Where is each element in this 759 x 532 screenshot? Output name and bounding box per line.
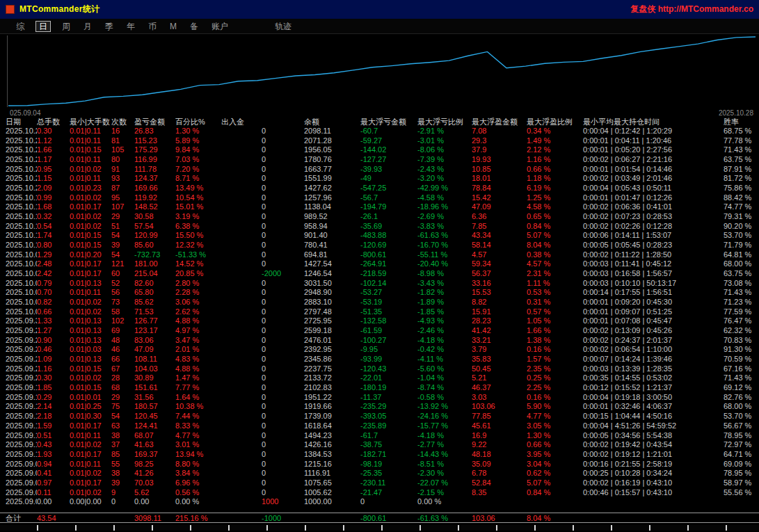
cell-maxflpct: -55.11 % [417,250,472,260]
column-header-minmax[interactable]: 最小|大手数 [70,117,111,127]
table-row[interactable]: 2025.09.231.160.01|0.1567104.034.88 %022… [0,364,759,374]
cell-maxfl: -235.89 [360,421,417,431]
table-row[interactable]: 2025.10.131.740.01|0.1554120.9915.50 %09… [0,231,759,241]
table-row[interactable]: 2025.09.172.140.01|0.2575180.5710.38 %01… [0,402,759,412]
cell-maxflpct: -13.92 % [417,402,472,412]
table-row[interactable]: 2025.10.202.090.01|0.2387169.6613.49 %01… [0,184,759,193]
cell-maxfppct: 1.16 % [527,155,583,165]
table-row[interactable]: 2025.10.280.300.01|0.111626.831.30 %0209… [0,127,759,136]
menu-item-月[interactable]: 月 [81,21,94,32]
menu-item-轨迹[interactable]: 轨迹 [273,21,294,32]
menu-item-备[interactable]: 备 [188,21,200,32]
table-row[interactable]: 2025.10.150.320.01|0.022930.583.19 %0989… [0,212,759,222]
cell-pl: 175.29 [134,145,175,155]
table-row[interactable]: 2025.09.090.940.01|0.115598.258.80 %0121… [0,460,759,469]
cell-minmax: 0.01|0.02 [70,298,111,307]
column-header-balance[interactable]: 余额 [304,117,360,127]
cell-maxfp: 15.91 [472,307,527,317]
table-row[interactable]: 2025.09.180.290.01|0.012931.561.64 %0195… [0,393,759,403]
table-row[interactable]: 2025.10.091.290.01|0.2054-732.73-51.33 %… [0,250,759,260]
table-row[interactable]: 2025.09.260.900.01|0.134883.063.47 %0247… [0,336,759,346]
table-row[interactable]: 2025.10.140.540.01|0.025157.546.38 %0958… [0,222,759,232]
table-row[interactable]: 2025.10.020.820.01|0.027385.623.06 %0288… [0,298,759,307]
menu-item-综[interactable]: 综 [14,21,26,32]
table-row[interactable]: 2025.09.220.300.01|0.022830.891.47 %0213… [0,373,759,383]
cell-balance: 1951.22 [304,393,360,403]
table-row[interactable]: 2025.09.050.970.01|0.173970.036.96 %0107… [0,478,759,488]
table-row[interactable]: 2025.10.170.990.01|0.0295119.9210.54 %01… [0,193,759,203]
table-row[interactable]: 2025.10.030.700.01|0.115665.802.28 %0294… [0,288,759,298]
cell-maxfppct: 0.34 % [527,127,583,136]
menu-item-周[interactable]: 周 [60,21,72,32]
cell-count: 58 [111,307,134,317]
table-row[interactable]: 2025.09.162.180.01|0.3054120.457.44 %017… [0,412,759,421]
cell-lots: 43.54 [37,513,70,522]
column-header-maxflpct[interactable]: 最大浮亏比例 [417,117,472,127]
cell-count: 38 [111,431,134,441]
table-row[interactable]: 2025.09.250.460.01|0.034647.092.01 %0239… [0,345,759,355]
column-header-win[interactable]: 胜率 [724,117,759,127]
cell-pct: 8.71 % [175,174,221,184]
equity-line [8,37,756,106]
column-header-date[interactable]: 日期 [6,117,37,127]
cell-maxfp: 48.18 [472,450,527,460]
menu-item-季[interactable]: 季 [103,21,115,32]
column-header-pl[interactable]: 盈亏金额 [134,117,175,127]
column-header-inout[interactable]: 出入金 [221,117,304,127]
table-row[interactable]: 2025.10.010.660.01|0.025871.532.62 %0279… [0,307,759,317]
table-row[interactable]: 2025.09.241.090.01|0.1366108.114.83 %023… [0,355,759,364]
cell-inout: 0 [221,184,304,193]
cell-maxfp: 15.53 [472,288,527,298]
menu-item-M[interactable]: M [168,21,179,32]
column-header-maxfppct[interactable]: 最大浮盈比例 [527,117,583,127]
table-row[interactable]: 2025.09.291.270.01|0.1369123.174.97 %025… [0,326,759,336]
cell-maxfp: 16.9 [472,431,527,441]
cell-lots: 0.82 [37,298,70,307]
cell-maxfppct: 1.38 % [527,336,583,346]
table-row[interactable]: 2025.09.110.430.01|0.023741.633.01 %0142… [0,440,759,450]
cell-pl: 41.26 [134,469,175,478]
table-row[interactable]: 2025.10.271.120.01|0.1181115.235.89 %020… [0,136,759,146]
cell-inout: 0 [221,383,304,393]
cell-maxfp: 56.37 [472,269,527,279]
cell-balance: 2392.95 [304,345,360,355]
table-row[interactable]: 2025.10.100.800.01|0.153985.6012.32 %078… [0,241,759,250]
table-row[interactable]: 2025.10.161.680.01|0.17107148.5215.01 %0… [0,202,759,212]
column-header-count[interactable]: 次数 [111,117,134,127]
table-row[interactable]: 2025.10.220.950.01|0.0291111.787.20 %016… [0,165,759,175]
cell-maxflpct: -7.39 % [417,155,472,165]
column-header-pct[interactable]: 百分比% [175,117,221,127]
table-row[interactable]: 2025.10.060.790.01|0.135282.602.80 %0303… [0,279,759,289]
table-row[interactable]: 2025.10.072.420.01|0.1760215.0420.85 %-2… [0,269,759,279]
table-row[interactable]: 2025.09.030.000.00|0.0000.000.00 %100010… [0,497,759,507]
table-row[interactable]: 2025.10.231.170.01|0.1180116.997.03 %017… [0,155,759,165]
cell-maxflpct: -2.77 % [417,440,472,450]
cell-maxfl: -144.02 [360,145,417,155]
table-row[interactable]: 2025.10.241.660.01|0.15105175.299.84 %01… [0,145,759,155]
cell-lots: 0.95 [37,165,70,175]
table-row[interactable]: 2025.10.082.480.01|0.17121181.0014.52 %0… [0,259,759,269]
table-row[interactable]: 2025.09.101.930.01|0.1785169.3713.94 %01… [0,450,759,460]
table-row[interactable]: 2025.09.151.590.01|0.1763124.418.33 %016… [0,421,759,431]
table-row[interactable]: 2025.09.120.510.01|0.113868.074.77 %0149… [0,431,759,441]
cell-pl: 3098.11 [134,513,175,522]
cell-count: 39 [111,478,134,488]
menu-item-币[interactable]: 币 [146,21,159,32]
menu-item-年[interactable]: 年 [125,21,137,32]
table-row[interactable]: 2025.09.191.850.01|0.1568151.617.77 %021… [0,383,759,393]
cell-date: 2025.10.17 [6,193,37,203]
table-row[interactable]: 2025.10.211.150.01|0.1193124.378.71 %015… [0,174,759,184]
column-header-time[interactable]: 最小平均最大持仓时间 [583,117,724,127]
cell-maxfppct: 0.16 % [527,393,583,403]
column-header-maxfp[interactable]: 最大浮盈金额 [472,117,527,127]
table-row[interactable]: 2025.09.301.330.01|0.13102126.774.88 %02… [0,316,759,326]
column-header-lots[interactable]: 总手数 [37,117,70,127]
menu-item-账户[interactable]: 账户 [209,21,230,32]
cell-maxfp: 7.85 [472,222,527,232]
website-link[interactable]: 复盘侠 http://MTCommander.co [630,3,753,15]
table-row[interactable]: 2025.09.040.110.01|0.0295.620.56 %01005.… [0,488,759,498]
cell-maxfl: -264.91 [360,259,417,269]
table-row[interactable]: 2025.09.080.410.01|0.023841.263.84 %0111… [0,469,759,478]
column-header-maxfl[interactable]: 最大浮亏金额 [360,117,417,127]
menu-item-日[interactable]: 日 [35,21,51,32]
